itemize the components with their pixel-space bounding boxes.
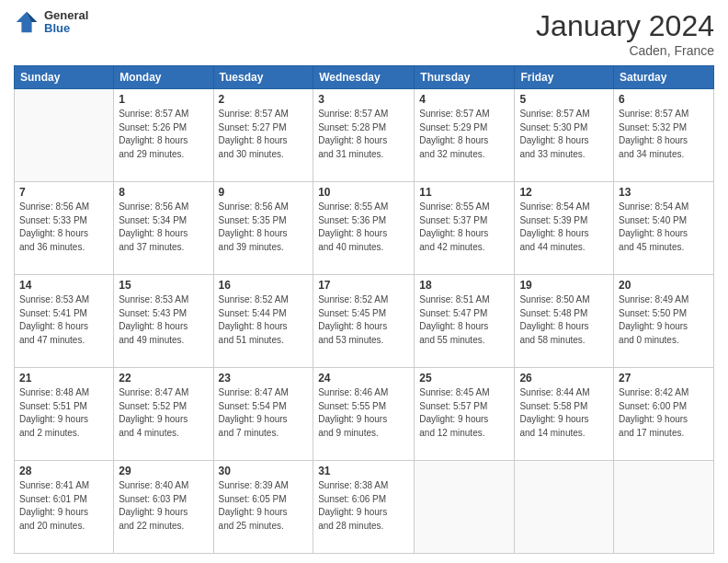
day-number: 30 bbox=[219, 465, 309, 477]
day-info: Sunrise: 8:57 AM Sunset: 5:29 PM Dayligh… bbox=[419, 108, 509, 161]
day-info: Sunrise: 8:56 AM Sunset: 5:35 PM Dayligh… bbox=[219, 201, 309, 254]
logo-blue: Blue bbox=[44, 22, 88, 35]
day-info: Sunrise: 8:54 AM Sunset: 5:40 PM Dayligh… bbox=[619, 201, 709, 254]
calendar-week-row: 1Sunrise: 8:57 AM Sunset: 5:26 PM Daylig… bbox=[15, 89, 714, 182]
day-info: Sunrise: 8:57 AM Sunset: 5:26 PM Dayligh… bbox=[119, 108, 208, 161]
calendar-cell: 26Sunrise: 8:44 AM Sunset: 5:58 PM Dayli… bbox=[515, 368, 614, 461]
day-info: Sunrise: 8:57 AM Sunset: 5:30 PM Dayligh… bbox=[519, 108, 609, 161]
logo-icon bbox=[14, 9, 40, 35]
calendar-cell: 5Sunrise: 8:57 AM Sunset: 5:30 PM Daylig… bbox=[515, 89, 614, 182]
calendar-cell: 22Sunrise: 8:47 AM Sunset: 5:52 PM Dayli… bbox=[114, 368, 213, 461]
day-number: 20 bbox=[619, 279, 709, 292]
calendar-cell: 27Sunrise: 8:42 AM Sunset: 6:00 PM Dayli… bbox=[614, 368, 714, 461]
day-number: 2 bbox=[219, 93, 309, 106]
calendar-week-row: 28Sunrise: 8:41 AM Sunset: 6:01 PM Dayli… bbox=[15, 461, 714, 554]
day-info: Sunrise: 8:46 AM Sunset: 5:55 PM Dayligh… bbox=[318, 386, 409, 440]
logo-general: General bbox=[44, 9, 88, 22]
calendar-cell: 18Sunrise: 8:51 AM Sunset: 5:47 PM Dayli… bbox=[415, 275, 515, 368]
day-info: Sunrise: 8:51 AM Sunset: 5:47 PM Dayligh… bbox=[419, 293, 509, 347]
day-number: 4 bbox=[419, 93, 509, 106]
day-number: 27 bbox=[619, 372, 709, 385]
calendar-cell: 29Sunrise: 8:40 AM Sunset: 6:03 PM Dayli… bbox=[114, 461, 213, 554]
day-info: Sunrise: 8:54 AM Sunset: 5:39 PM Dayligh… bbox=[519, 201, 609, 254]
day-info: Sunrise: 8:57 AM Sunset: 5:28 PM Dayligh… bbox=[318, 108, 409, 161]
calendar-cell: 2Sunrise: 8:57 AM Sunset: 5:27 PM Daylig… bbox=[213, 89, 313, 182]
calendar-cell: 7Sunrise: 8:56 AM Sunset: 5:33 PM Daylig… bbox=[15, 182, 114, 275]
day-number: 18 bbox=[419, 279, 509, 292]
day-number: 28 bbox=[19, 465, 108, 477]
day-number: 13 bbox=[619, 186, 709, 199]
day-number: 8 bbox=[119, 186, 208, 199]
day-number: 29 bbox=[119, 465, 208, 477]
calendar-cell: 12Sunrise: 8:54 AM Sunset: 5:39 PM Dayli… bbox=[515, 182, 614, 275]
day-info: Sunrise: 8:42 AM Sunset: 6:00 PM Dayligh… bbox=[619, 386, 709, 440]
calendar-week-row: 14Sunrise: 8:53 AM Sunset: 5:41 PM Dayli… bbox=[15, 275, 714, 368]
day-number: 10 bbox=[318, 186, 409, 199]
day-number: 21 bbox=[19, 372, 108, 385]
day-info: Sunrise: 8:41 AM Sunset: 6:01 PM Dayligh… bbox=[19, 479, 108, 533]
day-number: 23 bbox=[219, 372, 309, 385]
day-number: 31 bbox=[318, 465, 409, 477]
day-info: Sunrise: 8:56 AM Sunset: 5:34 PM Dayligh… bbox=[119, 201, 208, 254]
day-number: 6 bbox=[619, 93, 709, 106]
day-info: Sunrise: 8:57 AM Sunset: 5:32 PM Dayligh… bbox=[619, 108, 709, 161]
calendar-cell: 16Sunrise: 8:52 AM Sunset: 5:44 PM Dayli… bbox=[213, 275, 313, 368]
calendar-day-header: Sunday bbox=[15, 66, 114, 89]
calendar-table: SundayMondayTuesdayWednesdayThursdayFrid… bbox=[14, 65, 714, 554]
calendar-cell: 11Sunrise: 8:55 AM Sunset: 5:37 PM Dayli… bbox=[415, 182, 515, 275]
day-number: 16 bbox=[219, 279, 309, 292]
calendar-cell: 15Sunrise: 8:53 AM Sunset: 5:43 PM Dayli… bbox=[114, 275, 213, 368]
day-info: Sunrise: 8:39 AM Sunset: 6:05 PM Dayligh… bbox=[219, 479, 309, 533]
calendar-day-header: Thursday bbox=[415, 66, 515, 89]
calendar-cell: 14Sunrise: 8:53 AM Sunset: 5:41 PM Dayli… bbox=[15, 275, 114, 368]
calendar-cell: 8Sunrise: 8:56 AM Sunset: 5:34 PM Daylig… bbox=[114, 182, 213, 275]
calendar-week-row: 7Sunrise: 8:56 AM Sunset: 5:33 PM Daylig… bbox=[15, 182, 714, 275]
calendar-cell: 1Sunrise: 8:57 AM Sunset: 5:26 PM Daylig… bbox=[114, 89, 213, 182]
day-info: Sunrise: 8:52 AM Sunset: 5:44 PM Dayligh… bbox=[219, 293, 309, 347]
day-number: 1 bbox=[119, 93, 208, 106]
day-info: Sunrise: 8:38 AM Sunset: 6:06 PM Dayligh… bbox=[318, 479, 409, 533]
day-number: 26 bbox=[519, 372, 609, 385]
day-info: Sunrise: 8:57 AM Sunset: 5:27 PM Dayligh… bbox=[219, 108, 309, 161]
day-info: Sunrise: 8:40 AM Sunset: 6:03 PM Dayligh… bbox=[119, 479, 208, 533]
calendar-cell: 9Sunrise: 8:56 AM Sunset: 5:35 PM Daylig… bbox=[213, 182, 313, 275]
day-info: Sunrise: 8:56 AM Sunset: 5:33 PM Dayligh… bbox=[19, 201, 108, 254]
month-title: January 2024 bbox=[536, 9, 714, 43]
calendar-cell: 17Sunrise: 8:52 AM Sunset: 5:45 PM Dayli… bbox=[313, 275, 415, 368]
day-info: Sunrise: 8:50 AM Sunset: 5:48 PM Dayligh… bbox=[519, 293, 609, 347]
calendar-day-header: Saturday bbox=[614, 66, 714, 89]
calendar-week-row: 21Sunrise: 8:48 AM Sunset: 5:51 PM Dayli… bbox=[15, 368, 714, 461]
calendar-cell bbox=[15, 89, 114, 182]
calendar-cell: 25Sunrise: 8:45 AM Sunset: 5:57 PM Dayli… bbox=[415, 368, 515, 461]
title-section: January 2024 Caden, France bbox=[536, 9, 714, 58]
day-number: 14 bbox=[19, 279, 108, 292]
day-info: Sunrise: 8:48 AM Sunset: 5:51 PM Dayligh… bbox=[19, 386, 108, 440]
logo: General Blue bbox=[14, 9, 88, 36]
calendar-cell: 24Sunrise: 8:46 AM Sunset: 5:55 PM Dayli… bbox=[313, 368, 415, 461]
day-number: 9 bbox=[219, 186, 309, 199]
day-number: 19 bbox=[519, 279, 609, 292]
calendar-day-header: Wednesday bbox=[313, 66, 415, 89]
calendar-cell: 23Sunrise: 8:47 AM Sunset: 5:54 PM Dayli… bbox=[213, 368, 313, 461]
day-info: Sunrise: 8:47 AM Sunset: 5:54 PM Dayligh… bbox=[219, 386, 309, 440]
day-info: Sunrise: 8:55 AM Sunset: 5:36 PM Dayligh… bbox=[318, 201, 409, 254]
day-number: 11 bbox=[419, 186, 509, 199]
day-number: 15 bbox=[119, 279, 208, 292]
calendar-cell: 28Sunrise: 8:41 AM Sunset: 6:01 PM Dayli… bbox=[15, 461, 114, 554]
day-info: Sunrise: 8:47 AM Sunset: 5:52 PM Dayligh… bbox=[119, 386, 208, 440]
logo-text: General Blue bbox=[44, 9, 88, 36]
day-info: Sunrise: 8:55 AM Sunset: 5:37 PM Dayligh… bbox=[419, 201, 509, 254]
calendar-day-header: Friday bbox=[515, 66, 614, 89]
page: General Blue January 2024 Caden, France … bbox=[0, 0, 728, 563]
day-number: 22 bbox=[119, 372, 208, 385]
calendar-day-header: Monday bbox=[114, 66, 213, 89]
calendar-cell: 20Sunrise: 8:49 AM Sunset: 5:50 PM Dayli… bbox=[614, 275, 714, 368]
location: Caden, France bbox=[536, 43, 714, 58]
header: General Blue January 2024 Caden, France bbox=[14, 9, 714, 58]
day-number: 12 bbox=[519, 186, 609, 199]
calendar-cell: 4Sunrise: 8:57 AM Sunset: 5:29 PM Daylig… bbox=[415, 89, 515, 182]
calendar-cell bbox=[614, 461, 714, 554]
day-number: 25 bbox=[419, 372, 509, 385]
calendar-cell: 31Sunrise: 8:38 AM Sunset: 6:06 PM Dayli… bbox=[313, 461, 415, 554]
day-info: Sunrise: 8:52 AM Sunset: 5:45 PM Dayligh… bbox=[318, 293, 409, 347]
